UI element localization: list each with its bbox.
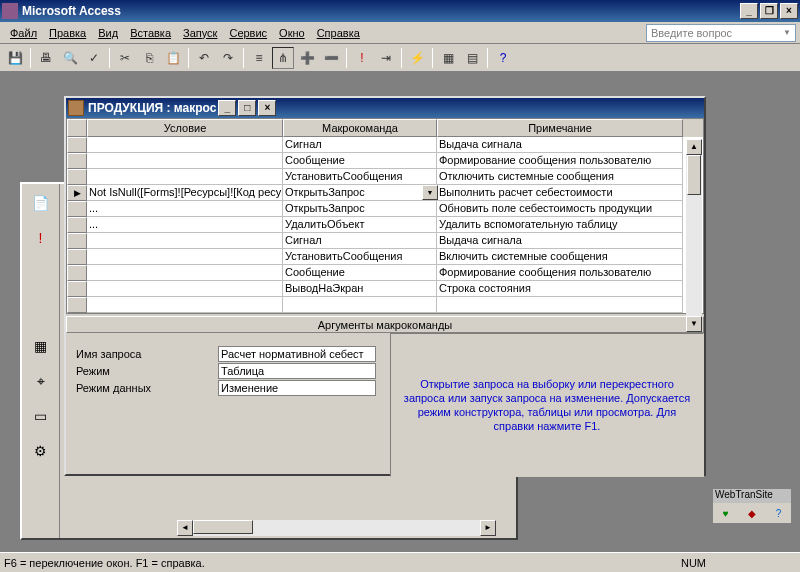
cell-note[interactable]: Выдача сигнала [437,137,683,153]
cell-command[interactable]: Сообщение [283,265,437,281]
cell-command[interactable]: ОткрытьЗапрос [283,185,437,201]
dropdown-arrow[interactable]: ▼ [422,185,438,200]
db-objects-icon[interactable]: 📄 [25,187,57,219]
chevron-down-icon[interactable]: ▼ [783,28,791,37]
grid-row[interactable]: СообщениеФормирование сообщения пользова… [67,265,703,281]
menu-edit[interactable]: Правка [43,25,92,41]
row-selector[interactable] [67,169,87,185]
row-selector[interactable] [67,201,87,217]
argument-value[interactable]: Изменение [218,380,376,396]
db-forms-icon[interactable]: ▭ [25,400,57,432]
cell-condition[interactable] [87,233,283,249]
print-icon[interactable]: 🖶 [35,47,57,69]
cell-note[interactable]: Выполнить расчет себестоимости [437,185,683,201]
cut-icon[interactable]: ✂ [114,47,136,69]
col-condition[interactable]: Условие [87,119,283,137]
grid-vscrollbar[interactable]: ▲ ▼ [686,139,702,332]
grid-row[interactable]: УстановитьСообщенияОтключить системные с… [67,169,703,185]
copy-icon[interactable]: ⎘ [138,47,160,69]
help-icon[interactable]: ? [492,47,514,69]
grid-row[interactable]: СообщениеФормирование сообщения пользова… [67,153,703,169]
grid-row[interactable]: ...УдалитьОбъектУдалить вспомогательную … [67,217,703,233]
webtran-green-icon[interactable]: ♥ [723,508,729,519]
cell-note[interactable]: Выдача сигнала [437,233,683,249]
cell-note[interactable]: Включить системные сообщения [437,249,683,265]
webtran-question-icon[interactable]: ? [776,508,782,519]
grid-row[interactable]: СигналВыдача сигнала [67,233,703,249]
menu-run[interactable]: Запуск [177,25,223,41]
macro-close-button[interactable]: × [258,100,276,116]
cell-condition[interactable] [87,169,283,185]
build-icon[interactable]: ⚡ [406,47,428,69]
row-selector[interactable]: ▶ [67,185,87,201]
db-macros-icon[interactable]: ⚙ [25,435,57,467]
cell-condition[interactable] [87,249,283,265]
menu-view[interactable]: Вид [92,25,124,41]
cell-command[interactable]: УстановитьСообщения [283,249,437,265]
cell-command[interactable]: Сообщение [283,153,437,169]
grid-row[interactable] [67,297,703,313]
step-icon[interactable]: ⇥ [375,47,397,69]
cell-command[interactable]: Сигнал [283,233,437,249]
cell-note[interactable]: Обновить поле себестоимость продукции [437,201,683,217]
grid-row[interactable]: УстановитьСообщенияВключить системные со… [67,249,703,265]
cell-note[interactable] [437,297,683,313]
undo-icon[interactable]: ↶ [193,47,215,69]
cell-condition[interactable] [87,297,283,313]
macro-titlebar[interactable]: ПРОДУКЦИЯ : макрос _ □ × [66,98,704,118]
vscroll-thumb[interactable] [687,155,701,195]
macro-minimize-button[interactable]: _ [218,100,236,116]
cell-condition[interactable] [87,137,283,153]
argument-value[interactable]: Таблица [218,363,376,379]
scroll-down-icon[interactable]: ▼ [686,316,702,332]
row-selector[interactable] [67,265,87,281]
webtran-red-icon[interactable]: ◆ [748,508,756,519]
grid-row[interactable]: ...ОткрытьЗапросОбновить поле себестоимо… [67,201,703,217]
close-button[interactable]: × [780,3,798,19]
row-selector[interactable] [67,137,87,153]
restore-button[interactable]: ❐ [760,3,778,19]
menu-service[interactable]: Сервис [223,25,273,41]
row-selector[interactable] [67,297,87,313]
row-selector[interactable] [67,217,87,233]
grid-row[interactable]: ВыводНаЭкранСтрока состояния [67,281,703,297]
scroll-up-icon[interactable]: ▲ [686,139,702,155]
cell-command[interactable]: УдалитьОбъект [283,217,437,233]
grid-row[interactable]: ▶Not IsNull([Forms]![Ресурсы]![Код ресур… [67,185,703,201]
scroll-left-icon[interactable]: ◄ [177,520,193,536]
question-input[interactable]: Введите вопрос ▼ [646,24,796,42]
cell-note[interactable]: Отключить системные сообщения [437,169,683,185]
menu-file[interactable]: Файл [4,25,43,41]
corner-cell[interactable] [67,119,87,137]
menu-help[interactable]: Справка [311,25,366,41]
cell-condition[interactable]: ... [87,217,283,233]
cell-command[interactable]: Сигнал [283,137,437,153]
macro-maximize-button[interactable]: □ [238,100,256,116]
macro-names-icon[interactable]: ≡ [248,47,270,69]
db-queries-icon[interactable]: ⌖ [25,365,57,397]
cell-command[interactable] [283,297,437,313]
menu-insert[interactable]: Вставка [124,25,177,41]
save-icon[interactable]: 💾 [4,47,26,69]
cell-command[interactable]: УстановитьСообщения [283,169,437,185]
paste-icon[interactable]: 📋 [162,47,184,69]
conditions-icon[interactable]: ⋔ [272,47,294,69]
macro-grid[interactable]: Условие Макрокоманда Примечание СигналВы… [66,118,704,314]
cell-note[interactable]: Формирование сообщения пользователю [437,153,683,169]
minimize-button[interactable]: _ [740,3,758,19]
grid-row[interactable]: СигналВыдача сигнала [67,137,703,153]
row-selector[interactable] [67,153,87,169]
argument-value[interactable]: Расчет нормативной себест [218,346,376,362]
row-selector[interactable] [67,249,87,265]
cell-condition[interactable] [87,265,283,281]
db-tables-icon[interactable]: ▦ [25,330,57,362]
col-command[interactable]: Макрокоманда [283,119,437,137]
cell-condition[interactable] [87,153,283,169]
db-window-icon[interactable]: ▦ [437,47,459,69]
webtransite-panel[interactable]: WebTranSite ♥ ◆ ? [712,488,792,524]
cell-command[interactable]: ОткрытьЗапрос [283,201,437,217]
redo-icon[interactable]: ↷ [217,47,239,69]
preview-icon[interactable]: 🔍 [59,47,81,69]
cell-condition[interactable] [87,281,283,297]
cell-note[interactable]: Формирование сообщения пользователю [437,265,683,281]
